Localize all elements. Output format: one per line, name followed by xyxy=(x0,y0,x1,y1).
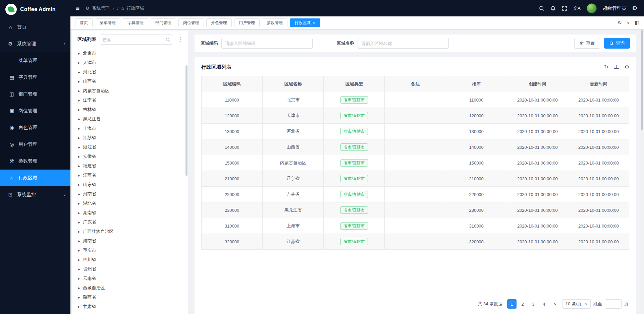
sidebar-item-4[interactable]: ◫部门管理 xyxy=(0,86,70,103)
settings-gear-icon[interactable]: ⚙ xyxy=(632,5,637,12)
tree-item[interactable]: ▸四川省 xyxy=(72,255,188,264)
region-code-input[interactable] xyxy=(221,38,313,49)
sidebar-item-9[interactable]: ⌂行政区域 xyxy=(0,170,70,186)
sidebar-item-6[interactable]: ◉角色管理 xyxy=(0,119,70,136)
region-name-input[interactable] xyxy=(358,38,449,49)
caret-right-icon[interactable]: ▸ xyxy=(78,154,80,159)
tab-4[interactable]: 岗位管理 xyxy=(178,18,204,27)
close-icon[interactable]: × xyxy=(313,21,316,25)
page-button-3[interactable]: 3 xyxy=(529,299,538,309)
window-scrollbar-thumb[interactable] xyxy=(641,30,643,130)
tree-item[interactable]: ▸上海市 xyxy=(72,124,188,133)
page-button-2[interactable]: 2 xyxy=(518,299,527,309)
caret-right-icon[interactable]: ▸ xyxy=(78,126,80,131)
tree-item[interactable]: ▸江苏省 xyxy=(72,133,188,142)
tree-item[interactable]: ▸海南省 xyxy=(72,236,188,246)
caret-right-icon[interactable]: ▸ xyxy=(78,258,80,262)
page-button-4[interactable]: 4 xyxy=(539,299,549,309)
collapse-sidebar-icon[interactable]: ≡ xyxy=(76,5,79,12)
caret-right-icon[interactable]: ▸ xyxy=(78,248,80,253)
sidebar-item-5[interactable]: ▣岗位管理 xyxy=(0,103,70,119)
tab-0[interactable]: 首页 xyxy=(75,18,93,27)
sidebar-item-10[interactable]: ⊡系统监控∨ xyxy=(0,186,70,203)
sidebar-item-7[interactable]: ◎用户管理 xyxy=(0,136,70,153)
tree-item[interactable]: ▸云南省 xyxy=(72,274,188,283)
tree-item[interactable]: ▸福建省 xyxy=(72,161,188,171)
table-row[interactable]: 230000黑龙江省省市/直辖市2300002020-10-01 00:00:0… xyxy=(202,202,629,218)
caret-right-icon[interactable]: ▸ xyxy=(78,145,80,149)
chevron-down-icon[interactable]: ∨ xyxy=(627,21,630,25)
user-name[interactable]: 超级管理员 xyxy=(603,5,626,11)
tree-item[interactable]: ▸江西省 xyxy=(72,171,188,180)
tree-item[interactable]: ▸青海省 xyxy=(72,311,188,314)
table-settings-gear-icon[interactable]: ⚙ xyxy=(625,64,629,70)
tree-item[interactable]: ▸湖北省 xyxy=(72,199,188,208)
sidebar-item-1[interactable]: ⚙系统管理∧ xyxy=(0,36,70,52)
tab-7[interactable]: 参数管理 xyxy=(262,18,287,27)
caret-right-icon[interactable]: ▸ xyxy=(78,239,80,243)
bell-icon[interactable] xyxy=(550,6,556,11)
tree-item[interactable]: ▸河南省 xyxy=(72,189,188,199)
sidebar-item-2[interactable]: ≡菜单管理 xyxy=(0,52,70,69)
tree-item[interactable]: ▸广东省 xyxy=(72,217,188,227)
tab-5[interactable]: 角色管理 xyxy=(206,18,232,27)
tree-item[interactable]: ▸北京市 xyxy=(72,49,188,58)
table-row[interactable]: 150000内蒙古自治区省市/直辖市1500002020-10-01 00:00… xyxy=(202,155,629,171)
more-options-icon[interactable]: ⋮ xyxy=(176,36,185,43)
page-button-1[interactable]: 1 xyxy=(507,299,517,309)
tree-item[interactable]: ▸重庆市 xyxy=(72,246,188,255)
table-row[interactable]: 210000辽宁省省市/直辖市2100002020-10-01 00:00:00… xyxy=(202,171,629,187)
tab-3[interactable]: 部门管理 xyxy=(151,18,176,27)
sidebar-item-0[interactable]: ⌂首页 xyxy=(0,19,70,36)
tree-item[interactable]: ▸内蒙古自治区 xyxy=(72,86,188,96)
column-width-icon[interactable]: 工 xyxy=(614,64,619,70)
caret-right-icon[interactable]: ▸ xyxy=(78,276,80,281)
caret-right-icon[interactable]: ▸ xyxy=(78,173,80,178)
search-icon[interactable] xyxy=(166,38,170,42)
caret-right-icon[interactable]: ▸ xyxy=(78,51,80,56)
tree-item[interactable]: ▸浙江省 xyxy=(72,142,188,152)
caret-right-icon[interactable]: ▸ xyxy=(78,183,80,187)
tree-item[interactable]: ▸山西省 xyxy=(72,77,188,86)
window-scrollbar[interactable] xyxy=(641,30,644,313)
refresh-icon[interactable]: ↻ xyxy=(604,64,608,70)
caret-right-icon[interactable]: ▸ xyxy=(78,286,80,290)
page-size-select[interactable]: 10 条/页 ∨ xyxy=(562,299,591,309)
caret-right-icon[interactable]: ▸ xyxy=(78,230,80,234)
caret-right-icon[interactable]: ▸ xyxy=(78,192,80,196)
caret-right-icon[interactable]: ▸ xyxy=(78,117,80,121)
caret-right-icon[interactable]: ▸ xyxy=(78,98,80,103)
tree-item[interactable]: ▸甘肃省 xyxy=(72,302,188,311)
caret-right-icon[interactable]: ▸ xyxy=(78,136,80,140)
breadcrumb-current[interactable]: 行政区域 xyxy=(127,5,144,11)
table-row[interactable]: 110000北京市省市/直辖市1100002020-10-01 00:00:00… xyxy=(202,92,629,108)
sidebar-item-3[interactable]: ▤字典管理 xyxy=(0,69,70,86)
reset-button[interactable]: 重置 xyxy=(574,38,600,49)
tree-item[interactable]: ▸安徽省 xyxy=(72,152,188,161)
tree-item[interactable]: ▸西藏自治区 xyxy=(72,283,188,293)
caret-right-icon[interactable]: ▸ xyxy=(78,70,80,74)
caret-right-icon[interactable]: ▸ xyxy=(78,79,80,84)
tree-item[interactable]: ▸辽宁省 xyxy=(72,96,188,105)
table-row[interactable]: 130000河北省省市/直辖市1300002020-10-01 00:00:00… xyxy=(202,124,629,139)
jump-page-input[interactable] xyxy=(605,299,622,309)
table-row[interactable]: 120000天津市省市/直辖市1200002020-10-01 00:00:00… xyxy=(202,108,629,124)
tab-1[interactable]: 菜单管理 xyxy=(95,18,120,27)
tree-item[interactable]: ▸黑龙江省 xyxy=(72,114,188,124)
tab-8[interactable]: 行政区域× xyxy=(290,18,320,27)
translate-icon[interactable]: 文A xyxy=(573,5,581,11)
tree-item[interactable]: ▸天津市 xyxy=(72,58,188,67)
search-icon[interactable] xyxy=(539,6,544,11)
caret-right-icon[interactable]: ▸ xyxy=(78,305,80,309)
sidebar-item-8[interactable]: ⚒参数管理 xyxy=(0,153,70,170)
caret-right-icon[interactable]: ▸ xyxy=(78,295,80,300)
refresh-icon[interactable]: ↻ xyxy=(618,20,622,26)
query-button[interactable]: 查询 xyxy=(604,38,630,49)
table-row[interactable]: 220000吉林省省市/直辖市2200002020-10-01 00:00:00… xyxy=(202,187,629,202)
tab-6[interactable]: 用户管理 xyxy=(234,18,260,27)
caret-right-icon[interactable]: ▸ xyxy=(78,220,80,225)
tree-search-input[interactable] xyxy=(103,37,166,42)
fullscreen-icon[interactable] xyxy=(562,6,567,11)
caret-right-icon[interactable]: ▸ xyxy=(78,89,80,93)
caret-right-icon[interactable]: ▸ xyxy=(78,61,80,65)
